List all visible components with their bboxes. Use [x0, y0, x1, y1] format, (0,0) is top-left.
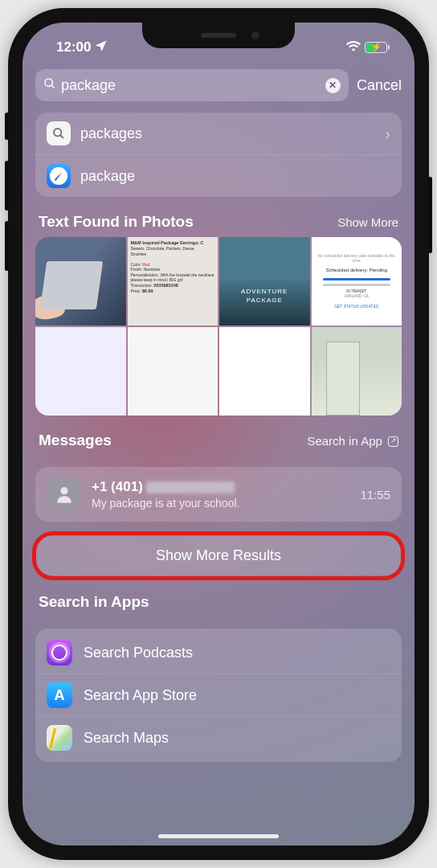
cancel-button[interactable]: Cancel	[357, 77, 402, 94]
screen: 12:00 ⚡ ✕	[22, 23, 415, 845]
avatar	[47, 477, 82, 512]
section-title: Messages	[39, 432, 112, 449]
home-indicator[interactable]	[158, 834, 279, 838]
external-icon: ↗	[388, 436, 398, 447]
photo-thumb[interactable]	[35, 237, 126, 326]
photo-thumb[interactable]: M&M Inspired Package Earrings: C Sweets,…	[128, 237, 218, 326]
svg-line-1	[51, 85, 54, 88]
search-apps-card: Search Podcasts Search App Store Search …	[35, 628, 402, 762]
volume-down	[5, 221, 9, 271]
message-time: 11:55	[360, 488, 390, 502]
photo-thumb[interactable]	[35, 327, 126, 416]
suggestion-safari[interactable]: package	[35, 154, 402, 197]
search-maps-row[interactable]: Search Maps	[35, 716, 402, 759]
photos-header: Text Found in Photos Show More	[35, 213, 402, 237]
show-more-link[interactable]: Show More	[337, 215, 398, 229]
search-in-app-link[interactable]: Search in App ↗	[307, 434, 398, 448]
battery-icon: ⚡	[365, 42, 387, 53]
notch	[142, 23, 295, 48]
status-time: 12:00	[56, 39, 91, 55]
messages-header: Messages Search in App ↗	[35, 432, 402, 456]
message-preview: My package is at your school.	[92, 497, 350, 510]
photo-thumb[interactable]: No scheduled delivery date available at …	[312, 237, 402, 326]
photo-thumb[interactable]	[128, 327, 218, 416]
show-more-container: Show More Results	[35, 536, 402, 575]
search-appstore-row[interactable]: Search App Store	[35, 674, 402, 716]
redacted	[146, 481, 235, 493]
search-icon	[47, 121, 71, 145]
search-row: ✕ Cancel	[35, 69, 402, 101]
safari-icon	[47, 164, 71, 188]
messages-card: +1 (401) My package is at your school. 1…	[35, 467, 402, 522]
section-title: Text Found in Photos	[39, 213, 194, 231]
section-title: Search in Apps	[39, 593, 149, 611]
svg-point-0	[45, 79, 52, 86]
chevron-right-icon: ›	[385, 125, 390, 143]
photo-thumb[interactable]	[312, 327, 402, 416]
wifi-icon	[346, 39, 361, 55]
app-label: Search App Store	[84, 687, 197, 704]
message-row[interactable]: +1 (401) My package is at your school. 1…	[35, 467, 402, 522]
photo-thumb[interactable]: ADVENTUREPACKAGE	[219, 237, 310, 326]
search-input[interactable]	[61, 77, 325, 94]
message-sender: +1 (401)	[92, 479, 350, 495]
power-button	[428, 177, 432, 253]
location-icon	[96, 39, 107, 55]
suggestion-packages[interactable]: packages ›	[35, 113, 402, 154]
svg-point-4	[60, 487, 67, 494]
suggestion-label: packages	[80, 125, 375, 142]
app-label: Search Maps	[84, 730, 169, 747]
photo-thumb[interactable]	[219, 327, 310, 416]
device-frame: 12:00 ⚡ ✕	[8, 8, 429, 860]
volume-up	[5, 161, 9, 211]
search-icon	[43, 77, 56, 94]
photos-grid: M&M Inspired Package Earrings: C Sweets,…	[35, 237, 402, 416]
suggestions-card: packages › package	[35, 113, 402, 197]
mute-switch	[5, 113, 9, 140]
appstore-icon	[47, 682, 72, 708]
podcasts-icon	[47, 640, 72, 665]
search-podcasts-row[interactable]: Search Podcasts	[35, 632, 402, 674]
search-field[interactable]: ✕	[35, 69, 349, 101]
maps-icon	[47, 725, 72, 751]
svg-line-3	[60, 135, 63, 138]
app-label: Search Podcasts	[84, 645, 193, 661]
clear-icon[interactable]: ✕	[325, 78, 341, 93]
apps-header: Search in Apps	[35, 593, 402, 617]
suggestion-label: package	[80, 168, 390, 185]
show-more-results-button[interactable]: Show More Results	[35, 536, 402, 575]
svg-point-2	[54, 129, 61, 136]
